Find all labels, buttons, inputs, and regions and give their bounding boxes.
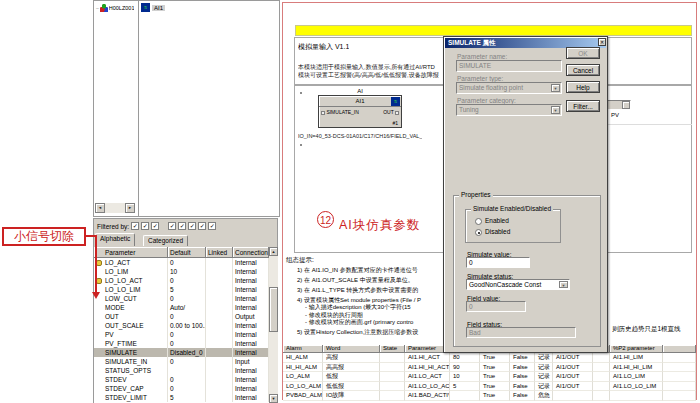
diagram-bullet <box>300 92 302 94</box>
param-row[interactable]: SIMULATE_IN0Input <box>94 357 278 366</box>
param-row[interactable]: STATUS_OPTSInternal <box>94 366 278 375</box>
filter-checkbox[interactable] <box>188 222 196 230</box>
field-value-field[interactable]: 0 <box>466 301 526 312</box>
disabled-radio[interactable] <box>475 229 482 236</box>
param-row[interactable]: LO_LIM10Internal <box>94 267 278 276</box>
help-button[interactable]: Help <box>566 81 600 93</box>
alarm-row[interactable]: LO_ALM低报AI1.LO_ACT10TrueFalse记录AI1/OUTAI… <box>283 372 696 382</box>
param-row[interactable]: LOW_CUT0Internal <box>94 294 278 303</box>
annotation-line <box>95 235 97 292</box>
parameter-table: Parameter Default Linked Connection t LO… <box>94 247 278 403</box>
tip-line: - 输入描述description (最大30个字符(15 <box>305 304 448 311</box>
scrollbar-thumb[interactable] <box>269 287 278 332</box>
filter-button[interactable]: Filter... <box>566 100 600 112</box>
port-square <box>321 111 325 115</box>
param-row[interactable]: LO_LO_LIM5Internal <box>94 285 278 294</box>
param-row[interactable]: PV0Internal <box>94 330 278 339</box>
filter-checkbox[interactable] <box>141 222 149 230</box>
alarm-row[interactable]: PVBAD_ALMIO故障AI1.BAD_ACTIVETrueFalse危急 <box>283 391 696 401</box>
pv-field-button[interactable] <box>622 101 630 109</box>
filter-checkbox[interactable] <box>168 222 176 230</box>
filter-checkbox[interactable] <box>208 222 216 230</box>
filter-checkbox[interactable] <box>131 222 139 230</box>
parameter-table-header: Parameter Default Linked Connection t <box>94 247 278 258</box>
execution-order: #1 <box>392 120 398 126</box>
properties-group-label: Properties <box>459 191 493 198</box>
ok-button[interactable]: OK <box>566 47 600 59</box>
param-row[interactable]: LO_LO_ACT0Internal <box>94 276 278 285</box>
tab-categorized[interactable]: Categorized <box>143 235 188 246</box>
simulate-properties-dialog: SIMULATE 属性 Parameter name: SIMULATE OK … <box>443 36 608 353</box>
ai-function-block[interactable]: AI1 SIMULATE_IN OUT #1 <box>318 95 402 128</box>
annotation-small-signal-cutoff: 小信号切除 <box>2 227 86 246</box>
col-connection[interactable]: Connection t <box>233 247 269 258</box>
tab-alphabetic[interactable]: Alphabetic <box>95 233 135 246</box>
param-row[interactable]: STDEV_CAP0Internal <box>94 384 278 393</box>
module-icon <box>100 4 108 12</box>
param-row[interactable]: OUT0Output <box>94 312 278 321</box>
enabled-radio[interactable] <box>475 218 482 225</box>
param-row[interactable]: OUT_SCALE0.00 to 100...Internal <box>94 321 278 330</box>
tip-line: 3) 在 AI1.L_TYPE 转换方式参数中设置需要的 <box>297 287 448 294</box>
disabled-radio-label: Disabled <box>485 228 510 235</box>
param-category-dropdown[interactable]: Tuning <box>456 104 562 116</box>
io-path-label: IO_IN=40_53-DCS-01A01/C17/CH16/FIELD_VAL… <box>298 133 422 139</box>
block-item-label: AI1 <box>152 5 165 11</box>
param-row[interactable]: STDEV_LIMIT5Internal <box>94 393 278 402</box>
step-caption: AI块仿真参数 <box>339 217 420 234</box>
input-port[interactable]: SIMULATE_IN <box>321 109 359 115</box>
field-status-field[interactable]: Bad <box>466 327 576 338</box>
block-name: AI1 <box>355 98 364 104</box>
filter-checkbox[interactable] <box>151 222 159 230</box>
cancel-button[interactable]: Cancel <box>566 64 600 76</box>
trend-note: 则历史趋势只是1根直线 <box>612 325 681 334</box>
tip-line: - 修改模块的执行周期 <box>305 312 448 319</box>
param-type-label: Parameter type: <box>457 75 503 82</box>
tree-node-label: H00LZ001 <box>109 5 135 11</box>
scroll-up-icon[interactable]: ▲ <box>269 247 278 256</box>
alarm-row[interactable]: LO_LO_ALM低低报AI1.LO_LO_ACT5TrueFalse记录AI1… <box>283 382 696 392</box>
param-type-dropdown[interactable]: Simulate floating point <box>456 82 562 94</box>
param-row[interactable]: PV_FTIME0Internal <box>94 339 278 348</box>
filtered-by-label: Filtered by: <box>97 223 129 230</box>
scroll-right-icon[interactable]: ► <box>125 203 135 213</box>
tree-node-module[interactable]: H00LZ001 <box>95 4 134 12</box>
horizontal-scrollbar[interactable]: ◄ ► <box>95 203 135 213</box>
param-row[interactable]: STDEV0Internal <box>94 375 278 384</box>
filtered-by-row: Filtered by: <box>97 222 216 230</box>
diagram-bullet <box>300 144 302 146</box>
param-row[interactable]: MODEAuto/Internal <box>94 303 278 312</box>
alarm-row[interactable]: HI_ALM高报AI1.HI_ACT80TrueFalse记录AI1/OUTAI… <box>283 353 696 363</box>
module-doc-desc-2: 模块可设置工艺报警(高/高高/低/低低报警,设备故障报 <box>298 71 448 80</box>
col-default[interactable]: Default <box>168 247 206 258</box>
simulate-status-dropdown[interactable]: GoodNonCascade Const <box>466 279 570 290</box>
alarm-row[interactable]: HI_HI_ALM高高报AI1.HI_HI_ACT90TrueFalse记录AI… <box>283 363 696 373</box>
block-list-item-ai1[interactable]: AI1 <box>141 3 165 12</box>
annotation-arrowhead-icon <box>92 292 100 299</box>
col-parameter[interactable]: Parameter <box>94 247 168 258</box>
simulate-enabled-group-label: Simulate Enabled/Disabled <box>471 205 553 212</box>
filter-checkbox[interactable] <box>198 222 206 230</box>
param-row[interactable]: LO_ACT0Internal <box>94 258 278 267</box>
scroll-left-icon[interactable]: ◄ <box>95 203 105 213</box>
simulate-enabled-group <box>465 209 561 243</box>
grid-line <box>608 124 692 125</box>
tip-line: - 修改模块对应的画面.grf (primary contro <box>305 319 448 326</box>
filter-checkbox[interactable] <box>178 222 186 230</box>
alarm-table: AlarmWordStateParameter%P2 parameterHI_A… <box>283 345 696 401</box>
simulate-value-field[interactable]: 0 <box>466 257 530 268</box>
col-linked[interactable]: Linked <box>206 247 233 258</box>
param-name-label: Parameter name: <box>457 53 507 60</box>
output-port[interactable]: OUT <box>383 109 399 115</box>
param-name-field[interactable]: SIMULATE <box>456 60 562 72</box>
tip-line: 1) 在 AI1.IO_IN 参数配置对应的卡件通道位号 <box>297 267 448 274</box>
scroll-down-icon[interactable]: ▼ <box>269 394 278 403</box>
tip-line: 5) 设置History Collection,注意数据压缩参数设 <box>297 329 448 336</box>
tip-line: 2) 在 AI1.OUT_SCALE 中设置量程及单位。 <box>297 277 448 284</box>
port-square <box>395 111 399 115</box>
enabled-radio-label: Enabled <box>485 217 509 224</box>
vertical-scrollbar[interactable]: ▲ ▼ <box>269 247 278 403</box>
close-icon[interactable] <box>598 38 606 46</box>
step-number-badge: 12 <box>317 211 334 228</box>
param-row[interactable]: SIMULATEDisabled_0Internal <box>94 348 278 357</box>
